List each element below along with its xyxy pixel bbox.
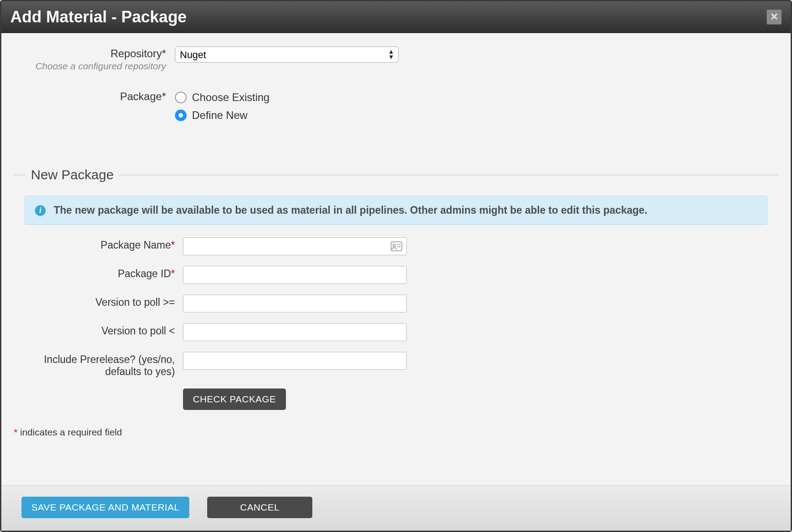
repository-hint: Choose a configured repository	[14, 61, 166, 72]
repository-label-col: Repository* Choose a configured reposito…	[14, 46, 175, 72]
package-row: Package* Choose Existing Define New	[14, 89, 778, 127]
legend-row: New Package	[14, 167, 778, 182]
prerelease-input[interactable]	[183, 352, 407, 370]
new-package-fieldset: New Package i The new package will be av…	[14, 167, 778, 410]
version-lt-input[interactable]	[183, 323, 407, 341]
modal-title: Add Material - Package	[10, 8, 187, 26]
svg-point-1	[393, 244, 396, 247]
repository-select[interactable]: Nuget	[175, 46, 399, 63]
radio-icon	[175, 110, 187, 121]
package-name-input[interactable]	[183, 237, 407, 255]
prerelease-row: Include Prerelease? (yes/no, defaults to…	[14, 352, 778, 378]
modal-body: Repository* Choose a configured reposito…	[1, 33, 791, 486]
contact-card-icon	[391, 241, 402, 253]
modal-footer: SAVE PACKAGE AND MATERIAL CANCEL	[1, 486, 791, 531]
package-name-label: Package Name*	[14, 237, 183, 251]
close-icon: ✕	[770, 11, 778, 23]
info-icon: i	[35, 205, 46, 216]
prerelease-input-wrap	[183, 352, 407, 370]
package-name-row: Package Name*	[14, 237, 778, 255]
save-button[interactable]: SAVE PACKAGE AND MATERIAL	[21, 497, 189, 518]
version-gte-label: Version to poll >=	[14, 295, 183, 308]
cancel-button[interactable]: CANCEL	[207, 497, 312, 518]
check-package-row: CHECK PACKAGE	[14, 388, 778, 410]
check-package-button[interactable]: CHECK PACKAGE	[183, 388, 286, 410]
version-gte-input[interactable]	[183, 295, 407, 312]
package-radio-group: Choose Existing Define New	[175, 89, 269, 127]
repository-label: Repository*	[14, 47, 166, 60]
repository-row: Repository* Choose a configured reposito…	[14, 46, 778, 72]
close-button[interactable]: ✕	[766, 9, 782, 25]
package-label: Package*	[14, 90, 166, 103]
package-id-label: Package ID*	[14, 266, 183, 280]
legend-line-left	[14, 175, 26, 175]
package-id-input[interactable]	[183, 266, 407, 284]
radio-define-new[interactable]: Define New	[175, 109, 269, 122]
info-text: The new package will be available to be …	[54, 204, 647, 216]
info-box: i The new package will be available to b…	[25, 196, 767, 225]
modal-header: Add Material - Package ✕	[1, 1, 791, 33]
radio-define-new-label: Define New	[192, 109, 247, 122]
package-label-col: Package*	[14, 89, 175, 103]
version-lt-row: Version to poll <	[14, 323, 778, 341]
version-gte-row: Version to poll >=	[14, 295, 778, 312]
package-id-input-wrap	[183, 266, 407, 284]
version-lt-input-wrap	[183, 323, 407, 341]
package-name-input-wrap	[183, 237, 407, 255]
required-note: * indicates a required field	[14, 427, 778, 438]
prerelease-label: Include Prerelease? (yes/no, defaults to…	[14, 352, 183, 378]
radio-icon	[175, 92, 187, 103]
radio-choose-existing[interactable]: Choose Existing	[175, 91, 269, 104]
repository-select-wrap: Nuget ▲▼	[175, 46, 399, 63]
package-id-row: Package ID*	[14, 266, 778, 284]
radio-choose-existing-label: Choose Existing	[192, 91, 269, 104]
repository-control: Nuget ▲▼	[175, 46, 399, 63]
version-lt-label: Version to poll <	[14, 323, 183, 337]
add-material-modal: Add Material - Package ✕ Repository* Cho…	[0, 0, 792, 532]
new-package-legend: New Package	[31, 167, 114, 182]
version-gte-input-wrap	[183, 295, 407, 312]
legend-line-right	[119, 175, 778, 175]
